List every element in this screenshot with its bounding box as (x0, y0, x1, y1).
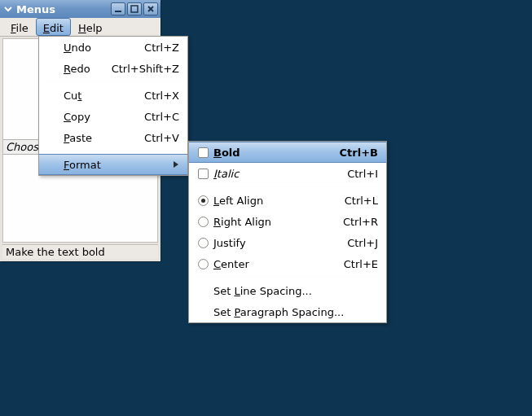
menu-item-paragraph-spacing[interactable]: Set Paragraph Spacing... (189, 301, 386, 322)
menu-help[interactable]: Help (71, 18, 110, 36)
format-dropdown: Bold Ctrl+B Italic Ctrl+I Left Align Ctr… (188, 141, 387, 323)
checkbox-icon (198, 147, 209, 158)
menu-item-copy[interactable]: Copy Ctrl+C (39, 106, 187, 127)
hint-text: Choos (3, 139, 41, 155)
radio-icon (198, 259, 209, 269)
statusbar-text: Make the text bold (6, 246, 105, 258)
menu-item-center[interactable]: Center Ctrl+E (189, 253, 386, 274)
menu-item-bold[interactable]: Bold Ctrl+B (189, 142, 386, 163)
window-menu-icon[interactable] (4, 5, 12, 13)
menu-item-paste[interactable]: Paste Ctrl+V (39, 127, 187, 148)
menu-item-cut[interactable]: Cut Ctrl+X (39, 85, 187, 106)
menu-file[interactable]: File (3, 18, 36, 36)
svg-rect-1 (131, 6, 138, 12)
submenu-arrow-icon (173, 160, 179, 169)
checkbox-icon (198, 169, 209, 179)
radio-icon (198, 238, 209, 248)
menu-separator (192, 186, 383, 187)
menu-separator (192, 277, 383, 278)
menu-item-line-spacing[interactable]: Set Line Spacing... (189, 280, 386, 301)
menu-item-right-align[interactable]: Right Align Ctrl+R (189, 211, 386, 232)
radio-icon (198, 195, 209, 206)
menu-separator (42, 151, 184, 151)
maximize-button[interactable] (127, 2, 142, 15)
menu-item-redo[interactable]: Redo Ctrl+Shift+Z (39, 58, 187, 79)
menu-item-left-align[interactable]: Left Align Ctrl+L (189, 190, 386, 211)
menu-edit[interactable]: Edit (36, 18, 71, 36)
menu-item-undo[interactable]: Undo Ctrl+Z (39, 37, 187, 58)
edit-dropdown: Undo Ctrl+Z Redo Ctrl+Shift+Z Cut Ctrl+X… (38, 36, 188, 176)
titlebar[interactable]: Menus (0, 0, 160, 18)
statusbar: Make the text bold (2, 244, 158, 259)
svg-rect-0 (115, 11, 121, 12)
menu-item-italic[interactable]: Italic Ctrl+I (189, 163, 386, 184)
menu-item-justify[interactable]: Justify Ctrl+J (189, 232, 386, 253)
window-title: Menus (16, 3, 111, 15)
menu-item-format[interactable]: Format (39, 154, 187, 175)
menu-separator (42, 81, 184, 82)
close-button[interactable] (143, 2, 158, 15)
minimize-button[interactable] (111, 2, 125, 15)
menubar: File Edit Help (0, 18, 160, 37)
radio-icon (198, 217, 209, 227)
